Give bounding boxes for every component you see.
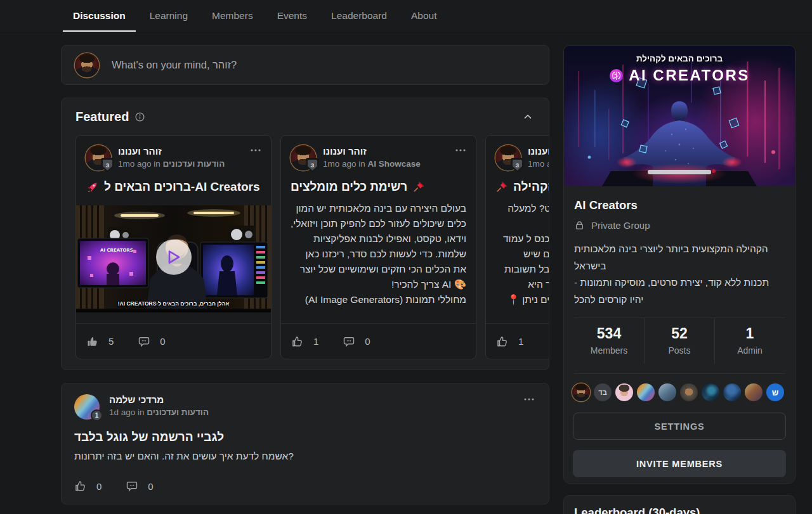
author-name[interactable]: זוהר וענונו [528,146,549,157]
thumbs-up-icon [496,335,509,348]
category-link[interactable]: AI Showcase [368,159,421,169]
group-stats: 534 Members 52 Posts 1 Admin [574,318,785,364]
post-body: עשיתם כבר לייק ותגובה לפוסט? למעלה ✅ כדי… [495,201,549,309]
like-button[interactable]: 5 [86,335,114,348]
tab-members[interactable]: Members [211,0,254,32]
invite-members-button[interactable]: INVITE MEMBERS [573,450,786,477]
comment-icon [343,335,355,348]
thumbs-up-icon [74,480,87,492]
post-meta: 1mo ago in AI Showcase [323,159,421,169]
privacy-label: Private Group [591,220,650,231]
author-avatar[interactable]: 3 [291,145,316,170]
thumbs-up-icon [291,335,304,348]
lock-icon [574,220,585,231]
thumbs-up-filled-icon [86,335,99,348]
comment-icon [126,480,138,492]
tab-events[interactable]: Events [276,0,308,32]
play-button-icon[interactable] [156,239,192,274]
post-meta: 1mo ago in [528,159,549,169]
featured-cards-row: 3 זוהר וענונו 1mo ago in הודעות ועדכונים [75,135,549,359]
member-avatar-initials[interactable]: ש [766,383,784,401]
comment-button[interactable]: 0 [138,335,165,348]
leaderboard-title: Leaderboard (30-days) [574,506,785,514]
member-avatar-stack: בד ש [572,383,795,401]
chevron-up-icon[interactable] [522,111,534,122]
privacy-row: Private Group [574,220,785,231]
like-button[interactable]: 0 [74,480,102,492]
pushpin-emoji-icon [495,181,508,193]
pushpin-emoji-icon [412,181,425,193]
post-footer: 1 0 [281,323,476,359]
tab-about[interactable]: About [410,0,438,32]
composer-placeholder: What's on your mind, זוהר? [112,59,237,71]
like-button[interactable]: 1 [496,335,523,348]
member-avatar[interactable] [637,383,655,401]
author-name[interactable]: זוהר וענונו [323,146,421,157]
top-nav: Discussion Learning Members Events Leade… [0,0,812,32]
tab-leaderboard[interactable]: Leaderboard [330,0,388,32]
comment-count: 0 [148,481,153,492]
like-button[interactable]: 1 [291,335,318,348]
post-title[interactable]: ברוכים הבאים ל-AI Creators [86,180,261,194]
group-name: AI Creators [574,198,785,212]
post-title[interactable]: רשימת כלים מומלצים [291,180,466,194]
comment-button[interactable]: 0 [126,480,153,492]
post-title[interactable]: חוקי הקהילה [495,180,549,194]
author-avatar[interactable]: 1 [74,394,100,420]
featured-title: Featured [75,110,129,124]
group-description: הקהילה המקצועית ביותר ליוצרי בינה מלאכות… [574,241,785,308]
stat-admins[interactable]: 1 Admin [714,318,785,364]
author-name[interactable]: זוהר וענונו [118,146,225,157]
author-name[interactable]: מרדכי שלמה [109,394,209,405]
info-icon[interactable] [134,112,145,122]
video-thumbnail[interactable]: AI CREATORS אהלן חברים [76,205,271,312]
post-meta: 1d ago in הודעות ועדכונים [109,408,209,417]
community-page: { "nav": { "tabs": [ { "label": "Discuss… [0,0,812,514]
group-banner[interactable]: ברוכים הבאים לקהילת AI CREATORS [564,46,795,186]
group-info-card: ברוכים הבאים לקהילת AI CREATORS AI Creat… [563,45,796,484]
member-avatar[interactable] [745,383,763,401]
banner-logo-text: AI CREATORS [629,67,750,84]
comment-count: 0 [365,336,370,347]
level-badge: 1 [91,409,103,421]
post-footer: 5 0 [76,323,271,359]
tab-discussion[interactable]: Discussion [72,0,127,32]
category-link[interactable]: הודעות ועדכונים [163,159,225,169]
settings-button[interactable]: SETTINGS [573,413,786,440]
member-avatar[interactable] [723,383,741,401]
comment-count: 0 [160,336,165,347]
category-link[interactable]: הודעות ועדכונים [147,408,209,417]
current-user-avatar[interactable] [75,53,99,77]
level-badge: 3 [511,158,524,172]
author-avatar[interactable]: 3 [495,145,521,170]
member-avatar[interactable] [658,383,676,401]
member-avatar[interactable] [572,383,590,401]
divider [574,373,785,374]
post-menu-icon[interactable] [455,148,466,152]
post-composer[interactable]: What's on your mind, זוהר? [61,45,549,85]
feed-post[interactable]: 1 מרדכי שלמה 1d ago in הודעות ועדכונים ל… [61,383,549,504]
stat-posts[interactable]: 52 Posts [644,318,714,364]
stat-members[interactable]: 534 Members [574,318,644,364]
comment-button[interactable]: 0 [343,335,370,348]
post-title[interactable]: לגביי הרשמה של גוגל בלבד [74,430,536,444]
featured-card-rules[interactable]: 3 זוהר וענונו 1mo ago in חוקי הקהילה עשי… [485,135,549,359]
member-avatar[interactable] [702,383,719,401]
tab-learning[interactable]: Learning [148,0,189,32]
featured-card-welcome[interactable]: 3 זוהר וענונו 1mo ago in הודעות ועדכונים [75,135,272,359]
post-menu-icon[interactable] [523,397,535,401]
featured-card-tools[interactable]: 3 זוהר וענונו 1mo ago in AI Showcase רשי… [280,135,476,359]
member-avatar-initials[interactable]: בד [594,383,612,401]
post-menu-icon[interactable] [250,148,261,152]
level-badge: 3 [306,158,319,172]
leaderboard-card: Leaderboard (30-days) [563,495,796,514]
member-avatar[interactable] [680,383,698,401]
video-caption: אהלן חברים, ברוכים הבאים ל-AI CREATORS! [76,300,271,307]
post-body: בעולם היצירה עם בינה מלאכותית יש המון כל… [291,201,466,309]
like-count: 1 [313,336,318,347]
post-footer: 1 [486,323,549,359]
like-count: 1 [518,336,523,347]
comment-icon [138,335,150,348]
member-avatar[interactable] [615,383,633,401]
author-avatar[interactable]: 3 [86,145,111,170]
